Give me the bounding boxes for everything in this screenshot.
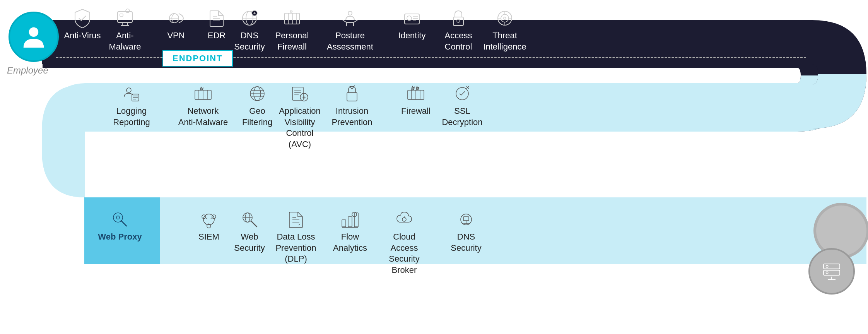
item-label-avc: ApplicationVisibility Control(AVC) xyxy=(275,106,325,150)
item-label-posture-assessment: PostureAssessment xyxy=(327,30,373,52)
diagram-container: Employee ENDPOINT Anti-Virus Anti-Malwar… xyxy=(0,0,868,334)
server-circle xyxy=(808,248,855,295)
item-label-network-anti-malware: NetworkAnti-Malware xyxy=(178,106,228,128)
svg-rect-29 xyxy=(453,17,463,26)
svg-rect-19 xyxy=(285,13,299,24)
item-label-ssl-decryption: SSLDecryption xyxy=(442,106,482,128)
item-access-control: AccessControl xyxy=(433,8,484,52)
item-label-logging-reporting: LoggingReporting xyxy=(113,106,150,128)
item-label-intrusion-prevention: IntrusionPrevention xyxy=(331,106,372,128)
svg-point-3 xyxy=(29,27,39,37)
item-logging-reporting: LoggingReporting xyxy=(106,83,157,128)
item-label-personal-firewall: PersonalFirewall xyxy=(275,30,309,52)
item-label-web-proxy: Web Proxy xyxy=(98,231,142,243)
svg-rect-85 xyxy=(348,217,352,227)
item-label-casb: Cloud AccessSecurity Broker xyxy=(379,231,429,276)
svg-line-77 xyxy=(251,221,257,227)
svg-point-33 xyxy=(504,17,506,19)
item-label-anti-virus: Anti-Virus xyxy=(64,30,101,41)
item-web-security: WebSecurity xyxy=(224,209,275,253)
item-dns-security-bottom: DNS Security xyxy=(441,209,491,253)
svg-rect-5 xyxy=(120,14,123,16)
svg-point-30 xyxy=(457,19,460,22)
item-label-dns-security-top: DNSSecurity xyxy=(234,30,265,52)
item-posture-assessment: PostureAssessment xyxy=(325,8,375,52)
svg-rect-4 xyxy=(118,12,132,22)
employee-label: Employee xyxy=(7,65,48,76)
item-label-flow-analytics: FlowAnalytics xyxy=(333,231,367,253)
item-ssl-decryption: SSLDecryption xyxy=(437,83,487,128)
employee-avatar xyxy=(9,12,59,62)
svg-point-23 xyxy=(348,11,352,15)
svg-line-73 xyxy=(205,218,207,219)
svg-rect-84 xyxy=(342,220,346,227)
item-web-proxy: Web Proxy xyxy=(95,209,145,243)
item-label-firewall: Firewall xyxy=(401,106,431,117)
item-label-vpn: VPN xyxy=(167,30,185,41)
svg-point-98 xyxy=(826,272,828,274)
item-anti-malware: Anti-Malware xyxy=(100,8,150,52)
svg-rect-86 xyxy=(354,213,358,227)
svg-point-25 xyxy=(407,16,412,21)
svg-rect-52 xyxy=(292,87,303,100)
item-avc: ApplicationVisibility Control(AVC) xyxy=(275,83,325,150)
item-label-access-control: AccessControl xyxy=(445,30,472,52)
item-threat-intelligence: ThreatIntelligence xyxy=(480,8,530,52)
svg-point-32 xyxy=(501,14,509,22)
item-label-geo-filtering: GeoFiltering xyxy=(242,106,272,128)
svg-point-89 xyxy=(402,218,406,221)
item-label-edr: EDR xyxy=(208,30,226,41)
endpoint-badge: ENDPOINT xyxy=(162,50,233,67)
item-label-siem: SIEM xyxy=(198,231,219,243)
item-intrusion-prevention: IntrusionPrevention xyxy=(327,83,377,128)
item-firewall: Firewall xyxy=(391,83,441,117)
item-personal-firewall: PersonalFirewall xyxy=(267,8,317,52)
item-label-identity: Identity xyxy=(398,30,426,41)
svg-rect-59 xyxy=(347,92,357,101)
item-identity: Identity xyxy=(387,8,437,41)
svg-point-1 xyxy=(816,206,866,256)
item-casb: Cloud AccessSecurity Broker xyxy=(379,209,429,276)
svg-point-68 xyxy=(116,216,120,219)
item-label-web-security: WebSecurity xyxy=(234,231,265,253)
svg-line-83 xyxy=(299,224,300,225)
item-label-dlp: Data LossPrevention (DLP) xyxy=(271,231,321,265)
item-label-dns-security-bottom: DNS Security xyxy=(441,231,491,253)
svg-line-74 xyxy=(211,218,212,219)
svg-rect-92 xyxy=(463,217,469,221)
svg-point-38 xyxy=(126,88,131,92)
item-label-anti-malware: Anti-Malware xyxy=(109,30,141,52)
item-network-anti-malware: NetworkAnti-Malware xyxy=(178,83,228,128)
item-label-threat-intelligence: ThreatIntelligence xyxy=(483,30,526,52)
svg-point-97 xyxy=(826,265,828,267)
item-flow-analytics: FlowAnalytics xyxy=(325,209,375,253)
item-dlp: Data LossPrevention (DLP) xyxy=(271,209,321,265)
